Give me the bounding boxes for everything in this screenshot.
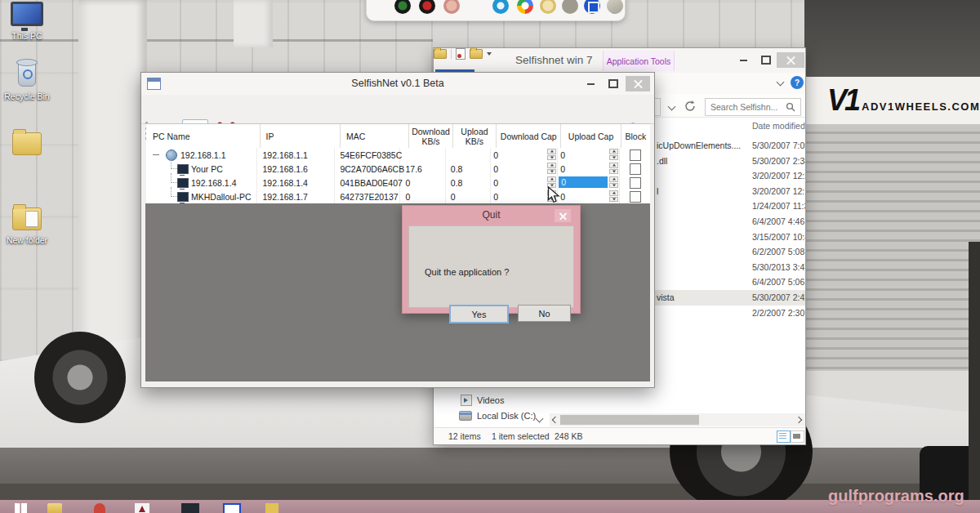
dock-icon-pencil[interactable] [604,0,626,16]
taskbar-app-icon-word[interactable] [223,503,241,513]
file-row[interactable]: l3/20/2007 12:1 [654,184,805,199]
folder-icon[interactable] [434,49,447,59]
upload-cap-value[interactable]: 0 [560,164,565,174]
block-checkbox[interactable] [630,163,641,175]
spin-up-icon[interactable] [609,176,618,182]
file-row[interactable]: icUpDownElements....5/30/2007 7:05 [654,138,805,154]
spin-up-icon[interactable] [609,163,618,168]
spin-up-icon[interactable] [547,163,556,168]
start-button-icon-pane[interactable] [21,503,27,513]
upload-cap-value[interactable]: 0 [560,192,565,202]
spin-down-icon[interactable] [547,169,556,175]
details-view-button[interactable] [777,430,791,443]
sidebar-item-local-disk[interactable]: Local Disk (C:) [459,411,536,421]
dock-icon-browser[interactable] [492,0,509,14]
desktop-icon-new-folder[interactable]: New folder [0,207,54,245]
desktop-icon-folder[interactable] [0,132,54,158]
large-icons-view-button[interactable] [791,430,804,443]
file-row[interactable]: 3/20/2007 12:2 [654,168,805,184]
file-row[interactable]: 1/24/2007 11:3 [654,199,805,214]
spin-down-icon[interactable] [609,169,618,175]
download-cap-value[interactable]: 0 [493,192,498,202]
help-button[interactable]: ? [791,76,804,89]
column-header-date-modified[interactable]: Date modified [752,121,805,131]
download-cap-spinner[interactable] [547,163,556,174]
taskbar-app-icon-media[interactable] [135,503,149,513]
table-row-your-pc[interactable]: Your PC 192.168.1.6 9C2A70D6A6CB 17.6 0.… [146,162,650,176]
col-download[interactable]: Download KB/s [409,124,452,149]
scroll-right-icon[interactable] [795,417,802,423]
spin-up-icon[interactable] [547,176,556,182]
desktop-icon-this-pc[interactable]: This PC [0,2,54,41]
col-mac[interactable]: MAC [341,124,409,149]
dock-icon-app-tile[interactable] [584,0,600,14]
minimize-button[interactable] [581,76,600,91]
minimize-button[interactable] [733,52,754,68]
no-button[interactable]: No [518,305,571,322]
spin-down-icon[interactable] [609,183,618,189]
taskbar-app-icon-red[interactable] [94,503,105,513]
dock-icon-1[interactable] [394,0,411,14]
qat-dropdown-icon[interactable] [487,52,492,56]
col-ip[interactable]: IP [261,124,341,149]
close-button[interactable] [555,209,571,222]
upload-cap-value[interactable]: 0 [560,150,565,160]
horizontal-scrollbar[interactable] [550,413,805,426]
upload-cap-spinner[interactable] [609,149,618,160]
folder-icon[interactable] [470,49,483,59]
selfishnet-titlebar[interactable]: SelfishNet v0.1 Beta [141,73,654,95]
explorer-titlebar[interactable]: Selfishnet win 7 Application Tools [434,48,805,73]
col-download-cap[interactable]: Download Cap [497,124,561,149]
search-box[interactable] [705,98,801,116]
yes-button[interactable]: Yes [449,305,509,323]
dock-icon-2[interactable] [419,0,435,14]
upload-cap-spinner[interactable] [609,190,618,202]
file-row-selected[interactable]: vista5/30/2007 2:42 [654,290,805,306]
file-row[interactable]: 2/2/2007 2:30 [654,306,805,321]
spin-down-icon[interactable] [547,155,556,161]
spin-up-icon[interactable] [547,149,556,154]
tree-expander-icon[interactable] [153,154,159,155]
taskbar-app-icon-dark[interactable] [181,503,199,513]
download-cap-spinner[interactable] [547,149,556,160]
dock-icon-chrome[interactable] [517,0,533,14]
download-cap-value[interactable]: 0 [493,164,498,174]
block-checkbox[interactable] [630,191,641,203]
file-row[interactable]: 3/15/2007 10:4 [654,230,805,245]
col-pc-name[interactable]: PC Name [146,124,261,149]
table-row-mkhdalloul[interactable]: MKHDalloul-PC 192.168.1.7 642737E20137 0… [146,190,650,204]
sidebar-item-videos[interactable]: Videos [461,395,504,406]
col-upload-cap[interactable]: Upload Cap [561,124,621,149]
file-row[interactable]: .dll5/30/2007 2:38 [654,154,805,169]
file-row[interactable]: 6/4/2007 5:06 [654,274,805,290]
tab-application-tools[interactable]: Application Tools [603,51,675,71]
upload-cap-value-selected[interactable]: 0 [559,176,608,188]
table-row-router[interactable]: 192.168.1.1 192.168.1.1 54E6FCF0385C 0 0 [146,148,650,163]
file-row[interactable]: 6/4/2007 4:46 [654,214,805,230]
spin-up-icon[interactable] [609,190,618,196]
table-row-192-168-1-4[interactable]: 192.168.1.4 192.168.1.4 041BBAD0E407 0 0… [146,176,650,190]
dock-icon-6[interactable] [540,0,556,14]
dock-icon-3[interactable] [443,0,460,14]
taskbar-app-icon-yellow[interactable] [265,503,278,513]
col-block[interactable]: Block [621,124,650,149]
dock-icon-7[interactable] [562,0,578,14]
scroll-left-icon[interactable] [552,417,559,423]
maximize-button[interactable] [755,52,777,68]
file-row[interactable]: 5/30/2013 3:47 [654,260,805,275]
spin-down-icon[interactable] [609,155,618,161]
refresh-icon[interactable] [684,100,697,113]
sidebar-scroll-down-icon[interactable] [536,415,544,423]
block-checkbox[interactable] [630,149,641,161]
new-file-icon[interactable] [456,48,466,60]
upload-cap-spinner[interactable] [609,176,618,188]
file-row[interactable]: 6/2/2007 5:08 [654,244,805,260]
block-checkbox[interactable] [630,177,641,189]
desktop-icon-recycle-bin[interactable]: Recycle Bin [0,62,54,101]
search-input[interactable] [706,102,786,112]
download-cap-value[interactable]: 0 [493,178,498,188]
maximize-button[interactable] [604,76,623,91]
download-cap-value[interactable]: 0 [493,150,498,160]
spin-down-icon[interactable] [609,197,618,203]
col-upload[interactable]: Upload KB/s [453,124,497,149]
